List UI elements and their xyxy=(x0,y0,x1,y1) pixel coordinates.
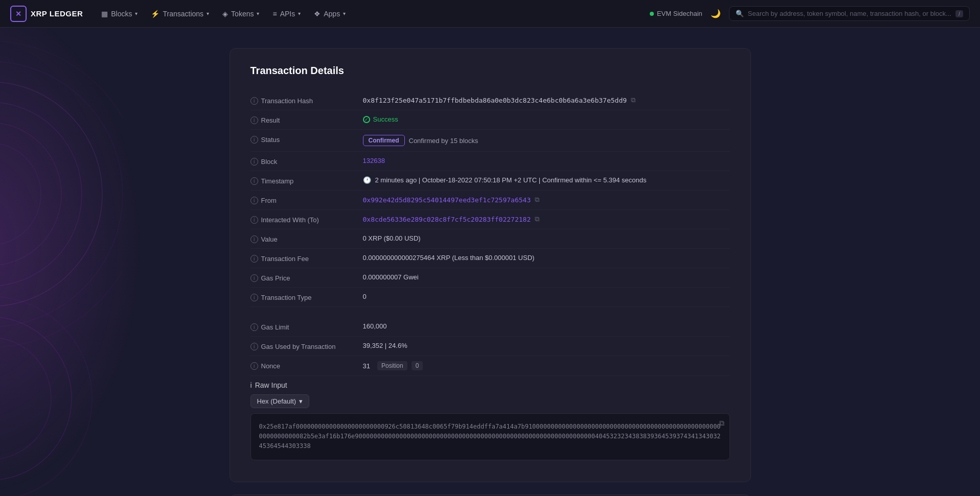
value-nonce: 31 Position 0 xyxy=(363,361,730,370)
info-icon-gas-limit[interactable]: i xyxy=(250,323,258,331)
nav-item-apps[interactable]: ❖ Apps ▾ xyxy=(308,7,352,21)
value-transaction-type: 0 xyxy=(363,293,730,300)
block-number-link[interactable]: 132638 xyxy=(363,157,385,164)
info-icon-raw-input[interactable]: i xyxy=(250,381,252,389)
info-icon-timestamp[interactable]: i xyxy=(250,177,258,185)
row-gas-limit: i Gas Limit 160,000 xyxy=(250,317,730,337)
raw-copy-button[interactable]: ⧉ xyxy=(719,419,724,428)
nav-item-tokens[interactable]: ◈ Tokens ▾ xyxy=(216,7,265,21)
svg-point-2 xyxy=(0,123,61,266)
label-timestamp: i Timestamp xyxy=(250,176,363,185)
success-badge: ✓ Success xyxy=(363,115,398,123)
svg-point-7 xyxy=(0,337,51,460)
nav-item-apis[interactable]: ≡ APIs ▾ xyxy=(266,7,307,21)
info-icon-hash[interactable]: i xyxy=(250,97,258,105)
nonce-position-value: 0 xyxy=(412,361,423,370)
row-transaction-type: i Transaction Type 0 xyxy=(250,288,730,307)
svg-point-1 xyxy=(0,102,82,286)
svg-point-4 xyxy=(0,61,123,327)
info-icon-gas-price[interactable]: i xyxy=(250,274,258,282)
from-address-link[interactable]: 0x992e42d5d8295c54014497eed3ef1c72597a65… xyxy=(363,196,531,204)
info-icon-tx-type[interactable]: i xyxy=(250,294,258,301)
info-icon-result[interactable]: i xyxy=(250,116,258,124)
copy-hash-icon[interactable]: ⧉ xyxy=(631,96,635,104)
tx-type-text: 0 xyxy=(363,293,367,300)
hex-dropdown-button[interactable]: Hex (Default) ▾ xyxy=(250,394,310,408)
row-gas-used: i Gas Used by Transaction 39,352 | 24.6% xyxy=(250,337,730,356)
fee-text: 0.000000000000275464 XRP (Less than $0.0… xyxy=(363,254,535,262)
nav-item-transactions[interactable]: ⚡ Transactions ▾ xyxy=(145,7,215,21)
success-dot-icon: ✓ xyxy=(363,116,370,123)
info-icon-value[interactable]: i xyxy=(250,235,258,243)
result-text: Success xyxy=(373,115,398,123)
value-from: 0x992e42d5d8295c54014497eed3ef1c72597a65… xyxy=(363,196,730,204)
value-text: 0 XRP ($0.00 USD) xyxy=(363,234,421,242)
blocks-icon: ▦ xyxy=(101,10,108,18)
logo[interactable]: ✕ XRP LEDGER xyxy=(10,6,83,22)
apps-icon: ❖ xyxy=(314,10,321,18)
nav-blocks-label: Blocks xyxy=(111,10,132,18)
logo-text: XRP LEDGER xyxy=(31,9,83,18)
row-raw-input: i Raw Input Hex (Default) ▾ 0x25e817af00… xyxy=(250,376,730,465)
section-divider xyxy=(250,307,730,317)
hex-dropdown-label: Hex (Default) xyxy=(257,397,297,405)
row-gas-price: i Gas Price 0.000000007 Gwei xyxy=(250,268,730,288)
label-interacted-with: i Interacted With (To) xyxy=(250,215,363,224)
background-decoration xyxy=(0,0,133,496)
nav-item-blocks[interactable]: ▦ Blocks ▾ xyxy=(95,7,144,21)
value-result: ✓ Success xyxy=(363,115,730,123)
row-interacted-with: i Interacted With (To) 0x8cde56336e289c0… xyxy=(250,210,730,229)
copy-from-icon[interactable]: ⧉ xyxy=(535,196,539,204)
dark-mode-toggle[interactable]: 🌙 xyxy=(709,7,723,20)
transactions-icon: ⚡ xyxy=(151,10,159,18)
label-value: i Value xyxy=(250,234,363,243)
label-gas-limit: i Gas Limit xyxy=(250,322,363,331)
search-placeholder: Search by address, token symbol, name, t… xyxy=(748,10,951,17)
tokens-chevron-icon: ▾ xyxy=(257,11,259,16)
nav-items: ▦ Blocks ▾ ⚡ Transactions ▾ ◈ Tokens ▾ ≡… xyxy=(95,7,650,21)
info-icon-to[interactable]: i xyxy=(250,216,258,224)
label-gas-price: i Gas Price xyxy=(250,273,363,282)
nav-right: EVM Sidechain 🌙 🔍 Search by address, tok… xyxy=(650,6,970,21)
nav-apps-label: Apps xyxy=(324,10,340,18)
info-icon-fee[interactable]: i xyxy=(250,255,258,263)
row-value: i Value 0 XRP ($0.00 USD) xyxy=(250,229,730,249)
value-interacted-with: 0x8cde56336e289c028c8f7cf5c20283ff022721… xyxy=(363,215,730,223)
clock-icon: 🕐 xyxy=(363,176,371,184)
info-icon-nonce[interactable]: i xyxy=(250,362,258,370)
apps-chevron-icon: ▾ xyxy=(343,11,346,16)
info-icon-block[interactable]: i xyxy=(250,158,258,166)
logo-icon: ✕ xyxy=(10,6,27,22)
apis-icon: ≡ xyxy=(272,10,277,18)
svg-point-3 xyxy=(0,143,41,245)
evm-label: EVM Sidechain xyxy=(657,10,702,17)
label-status: i Status xyxy=(250,135,363,144)
blocks-chevron-icon: ▾ xyxy=(135,11,138,16)
search-shortcut: / xyxy=(955,10,963,17)
confirmed-badge: Confirmed xyxy=(363,135,405,146)
value-status: Confirmed Confirmed by 15 blocks xyxy=(363,135,730,146)
gas-price-text: 0.000000007 Gwei xyxy=(363,273,419,281)
value-gas-used: 39,352 | 24.6% xyxy=(363,342,730,349)
search-icon: 🔍 xyxy=(736,10,744,17)
tokens-icon: ◈ xyxy=(222,10,228,18)
search-bar[interactable]: 🔍 Search by address, token symbol, name,… xyxy=(729,6,970,21)
row-timestamp: i Timestamp 🕐 2 minutes ago | October-18… xyxy=(250,171,730,191)
confirmed-by-text: Confirmed by 15 blocks xyxy=(409,137,478,145)
evm-status-dot xyxy=(650,12,654,16)
raw-input-area: 0x25e817af000000000000000000000000926c50… xyxy=(250,413,730,460)
timestamp-text: 2 minutes ago | October-18-2022 07:50:18… xyxy=(375,176,647,184)
svg-point-8 xyxy=(0,296,92,496)
gas-limit-text: 160,000 xyxy=(363,322,387,330)
value-timestamp: 🕐 2 minutes ago | October-18-2022 07:50:… xyxy=(363,176,730,184)
row-transaction-hash: i Transaction Hash 0x8f123f25e047a5171b7… xyxy=(250,91,730,110)
info-icon-from[interactable]: i xyxy=(250,197,258,204)
to-address-link[interactable]: 0x8cde56336e289c028c8f7cf5c20283ff022721… xyxy=(363,216,531,223)
nonce-position-label: Position xyxy=(377,361,407,370)
info-icon-gas-used[interactable]: i xyxy=(250,343,258,350)
info-icon-status[interactable]: i xyxy=(250,136,258,144)
copy-to-icon[interactable]: ⧉ xyxy=(535,215,539,223)
label-gas-used: i Gas Used by Transaction xyxy=(250,342,363,350)
label-nonce: i Nonce xyxy=(250,361,363,370)
svg-point-0 xyxy=(0,82,102,306)
